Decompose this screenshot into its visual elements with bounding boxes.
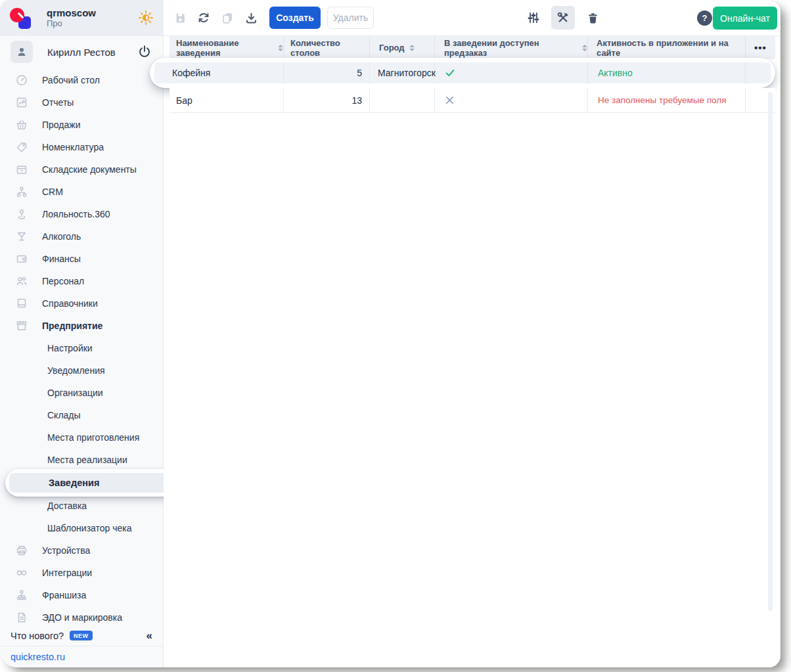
download-icon[interactable] <box>243 10 259 26</box>
help-icon[interactable]: ? <box>697 11 712 26</box>
filter-sliders-icon[interactable] <box>522 6 545 30</box>
cell-name[interactable]: Кофейня <box>154 62 284 83</box>
loyalty-icon <box>15 208 28 221</box>
tag-icon <box>15 141 28 154</box>
basket-icon <box>15 118 28 131</box>
document-icon <box>15 611 28 624</box>
cell-city[interactable]: Магнитогорск <box>370 62 435 83</box>
infinity-icon <box>15 566 28 579</box>
sidebar-item-dashboard[interactable]: Рабочий стол <box>0 69 163 91</box>
table-row-highlight-capsule: Кофейня 5 Магнитогорск Активно <box>150 58 775 88</box>
sidebar-item-warehouse-docs[interactable]: Складские документы <box>0 158 163 181</box>
sidebar-item-sales[interactable]: Продажи <box>0 114 163 136</box>
reports-icon <box>15 96 28 109</box>
printer-icon <box>15 544 28 557</box>
whats-new-row[interactable]: Что нового? NEW « <box>0 625 163 646</box>
cell-tables[interactable]: 5 <box>284 62 370 83</box>
box-icon <box>15 163 28 176</box>
cell-status[interactable]: Активно <box>588 62 746 83</box>
spotlight-highlight: Заведения <box>5 469 175 497</box>
cell-preorder[interactable] <box>435 88 588 112</box>
save-icon[interactable] <box>172 10 188 26</box>
sidebar-menu: Рабочий стол Отчеты Продажи Номенклатура… <box>0 69 163 629</box>
sidebar-item-establishments[interactable]: Заведения <box>0 471 163 495</box>
cell-more[interactable] <box>746 62 771 83</box>
quickresto-link[interactable]: quickresto.ru <box>11 652 65 662</box>
cell-status[interactable]: Не заполнены требуемые поля <box>588 88 746 112</box>
column-header-city[interactable]: Город <box>370 36 435 59</box>
sidebar-item-loyalty[interactable]: Лояльность.360 <box>0 203 163 225</box>
copy-icon[interactable] <box>219 10 235 26</box>
brightness-sun-icon[interactable] <box>137 9 155 27</box>
sidebar-item-receipt-template[interactable]: Шаблонизатор чека <box>0 517 163 539</box>
column-header-preorder[interactable]: В заведении доступен предзаказ <box>435 36 588 59</box>
sidebar-item-reports[interactable]: Отчеты <box>0 91 163 114</box>
sidebar: Кирилл Рестов Рабочий стол Отчеты Продаж… <box>0 36 164 667</box>
sort-icon[interactable] <box>278 45 283 51</box>
account-name: qrmoscow <box>47 7 96 18</box>
logout-power-icon[interactable] <box>137 44 152 60</box>
cross-icon <box>444 95 455 106</box>
cell-preorder[interactable] <box>435 62 588 83</box>
sidebar-item-nomenclature[interactable]: Номенклатура <box>0 136 163 158</box>
people-icon <box>15 275 28 288</box>
vertical-scrollbar[interactable] <box>768 92 773 611</box>
plan-label: Про <box>47 19 96 29</box>
cell-name[interactable]: Бар <box>170 88 284 112</box>
delete-button[interactable]: Удалить <box>327 7 374 29</box>
trash-icon[interactable] <box>581 6 604 30</box>
sidebar-item-staff[interactable]: Персонал <box>0 270 163 292</box>
new-badge: NEW <box>70 631 93 640</box>
create-button[interactable]: Создать <box>269 7 321 29</box>
sort-icon[interactable] <box>409 45 415 51</box>
refresh-icon[interactable] <box>196 10 212 26</box>
sidebar-item-reference[interactable]: Справочники <box>0 292 163 315</box>
top-bar: qrmoscow Про <box>0 0 780 36</box>
tools-icon[interactable] <box>551 6 575 30</box>
franchise-hierarchy-icon <box>15 589 28 602</box>
column-header-name[interactable]: Наименование заведения <box>170 36 284 59</box>
sidebar-item-enterprise[interactable]: Предприятие <box>0 315 163 337</box>
app-window: qrmoscow Про <box>0 0 780 667</box>
column-header-activity[interactable]: Активность в приложении и на сайте <box>588 36 746 59</box>
user-name: Кирилл Рестов <box>47 47 116 58</box>
user-row[interactable]: Кирилл Рестов <box>0 36 163 68</box>
table-row[interactable]: Бар 13 Не заполнены требуемые поля <box>170 88 775 113</box>
sidebar-item-settings[interactable]: Настройки <box>0 337 163 359</box>
storefront-icon <box>15 319 28 332</box>
martini-icon <box>15 230 28 243</box>
sidebar-item-crm[interactable]: CRM <box>0 181 163 203</box>
sidebar-item-sales-places[interactable]: Места реализации <box>0 449 163 471</box>
main-content <box>164 36 780 667</box>
table-header: Наименование заведения Количество столов… <box>170 36 775 59</box>
sidebar-item-finance[interactable]: Финансы <box>0 248 163 270</box>
sort-icon[interactable] <box>582 45 587 51</box>
dashboard-icon <box>15 74 28 87</box>
more-columns-icon[interactable]: ••• <box>754 42 767 53</box>
column-header-tables[interactable]: Количество столов <box>284 36 370 59</box>
sidebar-item-notifications[interactable]: Уведомления <box>0 359 163 382</box>
sidebar-item-franchise[interactable]: Франшиза <box>0 584 163 606</box>
sidebar-item-alcohol[interactable]: Алкоголь <box>0 225 163 248</box>
collapse-sidebar-icon[interactable]: « <box>147 629 152 642</box>
cell-tables[interactable]: 13 <box>284 88 370 112</box>
check-icon <box>444 67 456 79</box>
hierarchy-icon <box>15 185 28 198</box>
top-bar-brand-area: qrmoscow Про <box>0 0 164 36</box>
sidebar-item-warehouses[interactable]: Склады <box>0 404 163 426</box>
sidebar-item-cooking-places[interactable]: Места приготовления <box>0 426 163 449</box>
sidebar-item-organizations[interactable]: Организации <box>0 382 163 404</box>
sidebar-item-devices[interactable]: Устройства <box>0 539 163 562</box>
whats-new-label: Что нового? <box>11 631 64 641</box>
cell-city[interactable] <box>370 88 435 112</box>
quickresto-logo <box>8 6 33 31</box>
user-avatar <box>11 41 33 63</box>
sidebar-item-delivery[interactable]: Доставка <box>0 495 163 517</box>
wallet-icon <box>15 252 28 265</box>
column-header-more[interactable]: ••• <box>746 36 775 59</box>
sidebar-item-integrations[interactable]: Интеграции <box>0 562 163 584</box>
book-icon <box>15 297 28 310</box>
table-row[interactable]: Кофейня 5 Магнитогорск Активно <box>154 62 771 83</box>
online-chat-button[interactable]: Онлайн-чат <box>713 7 777 30</box>
